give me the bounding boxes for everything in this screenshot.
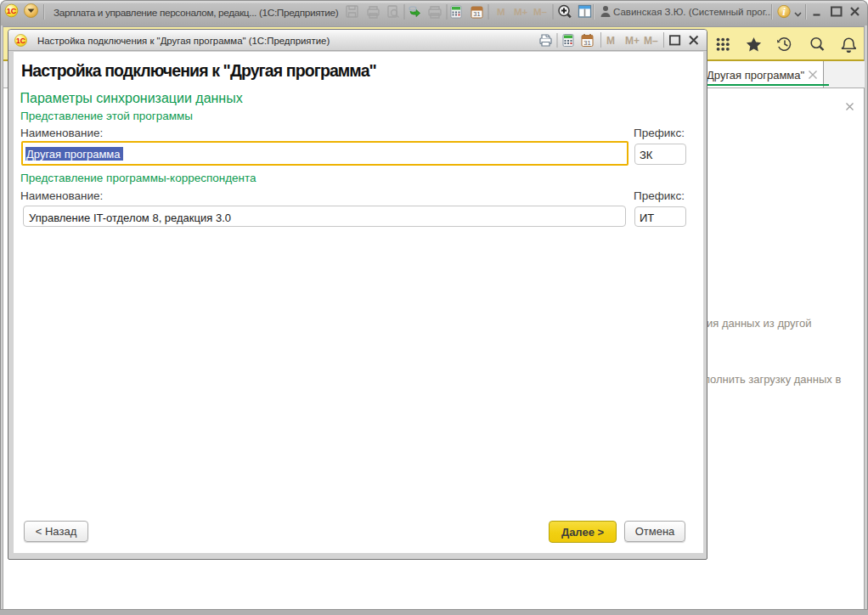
svg-text:i: i (782, 5, 786, 18)
svg-text:31: 31 (473, 10, 480, 18)
svg-text:M: M (497, 7, 505, 17)
svg-text:1С: 1С (7, 7, 17, 15)
svg-text:M+: M+ (514, 7, 528, 17)
svg-text:M–: M– (533, 7, 548, 17)
svg-text:1С: 1С (16, 37, 25, 45)
svg-text:31: 31 (583, 39, 590, 47)
